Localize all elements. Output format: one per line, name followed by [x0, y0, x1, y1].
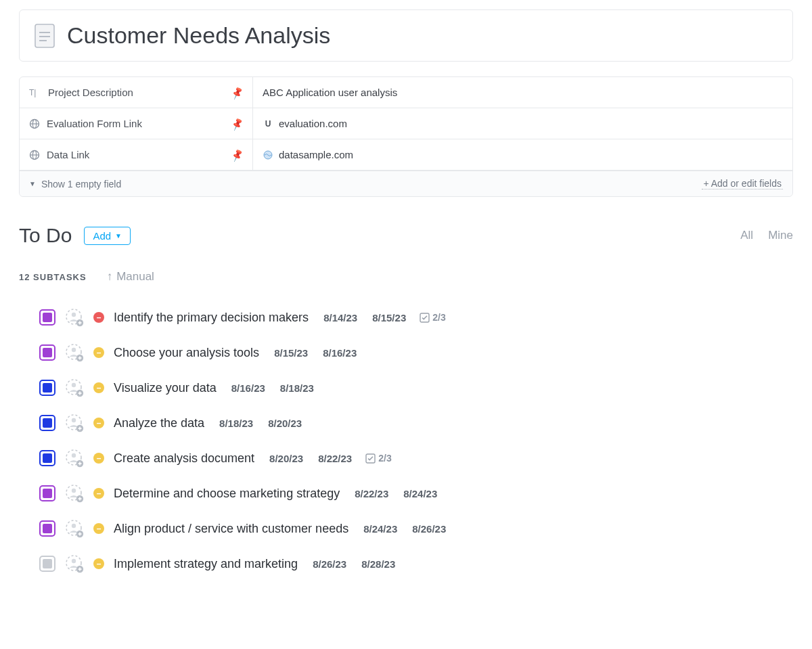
page-title[interactable]: Customer Needs Analysis	[67, 22, 330, 49]
field-value-cell[interactable]: U evaluation.com	[253, 108, 792, 139]
task-end-date[interactable]: 8/16/23	[323, 347, 357, 359]
svg-point-34	[72, 453, 76, 457]
assignee-add-icon[interactable]	[65, 378, 84, 397]
field-label-cell[interactable]: Evaluation Form Link 📌	[20, 108, 253, 139]
assignee-add-icon[interactable]	[65, 519, 84, 538]
task-title[interactable]: Implement strategy and marketing	[114, 557, 298, 571]
task-status-inner	[43, 348, 52, 357]
field-row-data-link: Data Link 📌 datasample.com	[20, 139, 792, 171]
task-row[interactable]: –Determine and choose marketing strategy…	[19, 476, 793, 511]
priority-icon[interactable]: –	[93, 418, 104, 428]
field-value-cell[interactable]: datasample.com	[253, 139, 792, 170]
task-status-inner	[43, 559, 52, 568]
sort-mode-label: Manual	[116, 270, 154, 284]
priority-icon[interactable]: –	[93, 558, 104, 569]
task-title[interactable]: Create analysis document	[114, 451, 254, 466]
assignee-add-icon[interactable]	[65, 449, 84, 468]
task-title[interactable]: Identify the primary decision makers	[114, 311, 309, 325]
assignee-add-icon[interactable]	[65, 484, 84, 503]
task-end-date[interactable]: 8/28/23	[361, 558, 395, 570]
task-start-date[interactable]: 8/24/23	[363, 523, 397, 535]
svg-point-29	[72, 418, 76, 422]
priority-icon[interactable]: –	[93, 312, 104, 323]
filter-mine[interactable]: Mine	[768, 229, 793, 242]
task-checklist[interactable]: 2/3	[365, 453, 391, 464]
task-title[interactable]: Align product / service with customer ne…	[114, 522, 348, 536]
arrow-up-icon: ↑	[107, 270, 113, 284]
field-label: Data Link	[47, 149, 89, 160]
task-status-inner	[43, 313, 52, 322]
link-favicon-icon: U	[263, 118, 273, 129]
task-row[interactable]: –Align product / service with customer n…	[19, 511, 793, 546]
task-title[interactable]: Choose your analysis tools	[114, 346, 259, 360]
field-value-cell[interactable]: ABC Application user analysis	[253, 77, 792, 108]
field-label: Project Description	[48, 87, 133, 98]
globe-icon	[29, 150, 40, 160]
task-start-date[interactable]: 8/14/23	[323, 312, 357, 323]
task-status-box[interactable]	[39, 485, 55, 501]
priority-icon[interactable]: –	[93, 453, 104, 464]
task-row[interactable]: –Choose your analysis tools8/15/238/16/2…	[19, 335, 793, 370]
task-end-date[interactable]: 8/22/23	[318, 453, 352, 464]
pin-icon[interactable]: 📌	[230, 148, 244, 162]
show-empty-label: Show 1 empty field	[41, 179, 121, 189]
task-status-box[interactable]	[39, 380, 55, 396]
task-title[interactable]: Analyze the data	[114, 416, 204, 430]
todo-header: To Do Add ▼ All Mine	[19, 224, 793, 247]
task-status-box[interactable]	[39, 520, 55, 537]
field-row-project-description: T| Project Description 📌 ABC Application…	[20, 77, 792, 108]
todo-section-title: To Do	[19, 224, 72, 247]
task-status-box[interactable]	[39, 556, 55, 572]
chevron-down-icon: ▼	[29, 180, 36, 187]
sort-mode-button[interactable]: ↑ Manual	[107, 270, 154, 284]
field-label-cell[interactable]: T| Project Description 📌	[20, 77, 253, 108]
task-row[interactable]: –Implement strategy and marketing8/26/23…	[19, 546, 793, 581]
task-row[interactable]: –Create analysis document8/20/238/22/23 …	[19, 441, 793, 476]
field-row-evaluation-form-link: Evaluation Form Link 📌 U evaluation.com	[20, 108, 792, 139]
assignee-add-icon[interactable]	[65, 308, 84, 327]
priority-icon[interactable]: –	[93, 347, 104, 358]
task-end-date[interactable]: 8/15/23	[372, 312, 406, 323]
task-start-date[interactable]: 8/16/23	[231, 382, 265, 394]
priority-icon[interactable]: –	[93, 523, 104, 534]
filter-all[interactable]: All	[740, 229, 753, 242]
task-status-box[interactable]	[39, 415, 55, 431]
assignee-add-icon[interactable]	[65, 413, 84, 432]
task-title[interactable]: Visualize your data	[114, 381, 217, 395]
task-status-box[interactable]	[39, 344, 55, 361]
priority-icon[interactable]: –	[93, 382, 104, 393]
task-status-inner	[43, 418, 52, 428]
priority-icon[interactable]: –	[93, 488, 104, 499]
document-icon	[33, 23, 56, 49]
task-start-date[interactable]: 8/26/23	[313, 558, 346, 570]
task-start-date[interactable]: 8/22/23	[355, 488, 388, 499]
pin-icon[interactable]: 📌	[230, 116, 244, 131]
task-status-box[interactable]	[39, 309, 55, 326]
svg-point-45	[72, 524, 76, 528]
task-list: –Identify the primary decision makers8/1…	[19, 300, 793, 581]
task-end-date[interactable]: 8/24/23	[403, 488, 437, 499]
svg-point-19	[72, 348, 76, 352]
task-end-date[interactable]: 8/20/23	[268, 418, 302, 429]
custom-fields-panel: T| Project Description 📌 ABC Application…	[19, 76, 793, 197]
assignee-add-icon[interactable]	[65, 343, 84, 362]
show-empty-fields-button[interactable]: ▼ Show 1 empty field	[29, 179, 121, 189]
task-row[interactable]: –Analyze the data8/18/238/20/23	[19, 405, 793, 441]
task-row[interactable]: –Identify the primary decision makers8/1…	[19, 300, 793, 335]
field-label-cell[interactable]: Data Link 📌	[20, 139, 253, 170]
pin-icon[interactable]: 📌	[230, 85, 244, 99]
add-or-edit-fields-button[interactable]: + Add or edit fields	[702, 178, 783, 189]
task-end-date[interactable]: 8/26/23	[412, 523, 446, 535]
task-start-date[interactable]: 8/20/23	[269, 453, 303, 464]
task-status-box[interactable]	[39, 450, 55, 466]
add-task-button[interactable]: Add ▼	[84, 227, 131, 245]
task-end-date[interactable]: 8/18/23	[280, 382, 314, 394]
task-checklist[interactable]: 2/3	[420, 312, 445, 323]
todo-filters: All Mine	[740, 229, 793, 242]
task-title[interactable]: Determine and choose marketing strategy	[114, 487, 340, 501]
task-start-date[interactable]: 8/18/23	[219, 418, 253, 429]
assignee-add-icon[interactable]	[65, 554, 84, 573]
task-start-date[interactable]: 8/15/23	[274, 347, 308, 359]
chevron-down-icon: ▼	[115, 232, 122, 240]
task-row[interactable]: –Visualize your data8/16/238/18/23	[19, 370, 793, 405]
